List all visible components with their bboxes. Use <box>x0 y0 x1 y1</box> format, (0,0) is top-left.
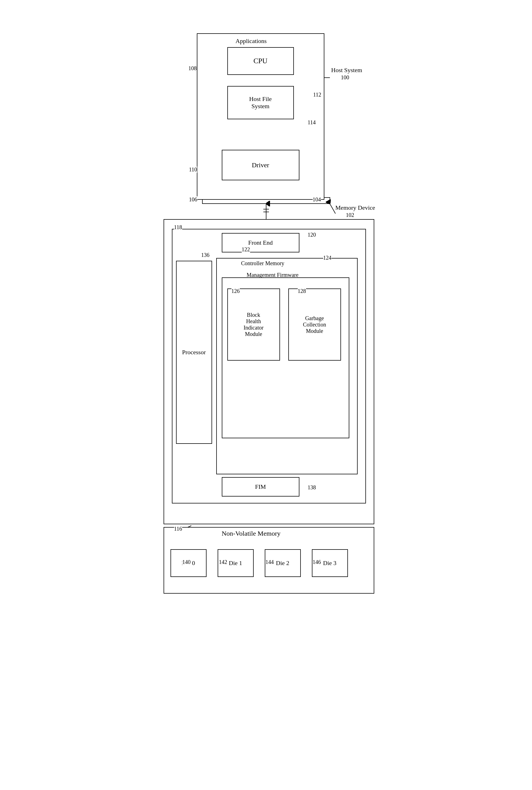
applications-label: Applications <box>236 37 267 45</box>
host-file-system-box: Host File System <box>227 86 294 119</box>
ref-124: 124 <box>323 255 331 261</box>
ref-112: 112 <box>313 92 321 98</box>
die1-label: Die 1 <box>229 559 242 567</box>
cpu-label: CPU <box>253 57 267 65</box>
garbage-collection-label: Garbage Collection Module <box>303 315 326 334</box>
ref-106: 106 <box>189 196 197 203</box>
cpu-box: CPU <box>227 47 294 75</box>
non-volatile-memory-label: Non-Volatile Memory <box>222 530 281 537</box>
ref-110: 110 <box>189 166 197 173</box>
ref-108: 108 <box>189 65 197 72</box>
processor-label: Processor <box>182 349 206 356</box>
front-end-box: Front End <box>222 233 299 253</box>
fim-box: FIM <box>222 477 299 497</box>
svg-line-26 <box>330 204 336 214</box>
ref-128: 128 <box>298 288 306 294</box>
ref-104: 104 <box>313 196 321 203</box>
fim-label: FIM <box>255 483 266 491</box>
ref-146: 146 <box>313 559 321 565</box>
processor-box: Processor <box>176 261 212 444</box>
ref-120: 120 <box>308 232 316 238</box>
ref-126: 126 <box>231 288 240 294</box>
ref-136: 136 <box>201 252 210 258</box>
ref-122: 122 <box>242 246 250 253</box>
block-health-box: Block Health Indicator Module <box>227 289 280 361</box>
garbage-collection-box: Garbage Collection Module <box>288 289 341 361</box>
ref-140: 140 <box>183 559 191 565</box>
ref-138: 138 <box>308 484 316 491</box>
controller-memory-label: Controller Memory <box>241 260 284 267</box>
memory-device-text-label: Memory Device <box>336 204 375 212</box>
driver-label: Driver <box>252 162 269 169</box>
ref-100: 100 <box>341 74 349 81</box>
ref-144: 144 <box>266 559 274 565</box>
diagram: Applications CPU Host File System Driver… <box>141 11 391 777</box>
host-file-system-label: Host File System <box>249 95 272 110</box>
ref-116: 116 <box>174 526 182 532</box>
driver-box: Driver <box>222 150 299 180</box>
ref-142: 142 <box>219 559 227 565</box>
ref-102: 102 <box>346 212 354 218</box>
block-health-label: Block Health Indicator Module <box>243 312 263 337</box>
front-end-label: Front End <box>248 239 273 246</box>
die3-label: Die 3 <box>323 559 336 567</box>
host-system-text-label: Host System <box>331 67 362 74</box>
die2-label: Die 2 <box>276 559 289 567</box>
ref-114: 114 <box>308 119 316 126</box>
ref-118: 118 <box>174 224 182 231</box>
